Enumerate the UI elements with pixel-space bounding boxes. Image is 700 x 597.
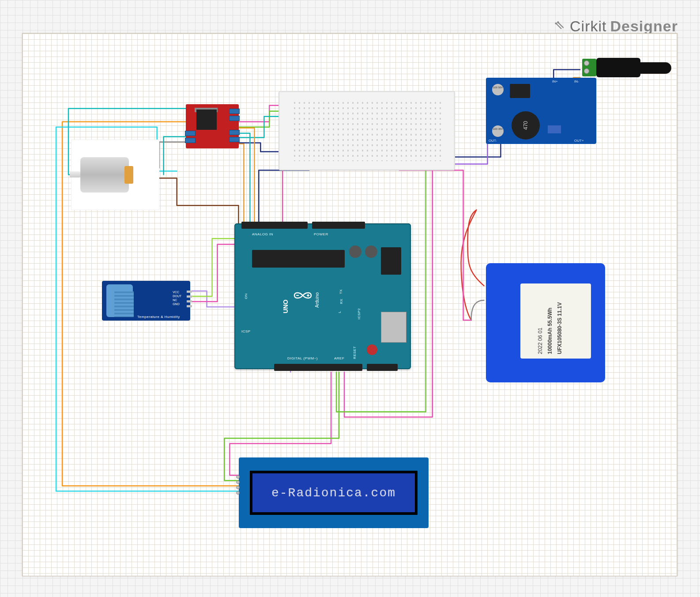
dc-jack[interactable]	[552, 53, 667, 84]
motor-endcap	[124, 166, 133, 184]
arduino-dcjack	[381, 247, 401, 275]
arduino-aref-label: AREF	[334, 356, 344, 360]
driver-ic	[196, 110, 217, 130]
dht11-sensor[interactable]: VCC DOUT NC GND Temperature & Humidity	[102, 281, 190, 321]
lcd-display[interactable]: e-Radionica.com	[239, 457, 429, 528]
arduino-atmega	[252, 250, 345, 268]
breadboard-holes	[292, 100, 441, 161]
battery-label: 2022 06 01 10000mAh 55.5Wh UFX105080-3S …	[520, 283, 591, 359]
arduino-rx-label: RX	[339, 298, 343, 304]
lcd-pins	[236, 475, 240, 495]
buck-cap-out	[492, 125, 504, 137]
buck-trimpot[interactable]	[548, 125, 561, 133]
arduino-icsp-label: ICSP	[241, 329, 251, 333]
arduino-digital-header-1	[274, 364, 362, 371]
buck-out-plus: OUT+	[574, 139, 584, 143]
battery-capacity: 10000mAh 55.5Wh	[547, 308, 553, 354]
arduino-brand-label: Arduino	[315, 292, 320, 307]
dht-pins	[187, 291, 192, 307]
driver-in-2	[229, 116, 240, 121]
brand-logo: Cirkit Designer	[554, 18, 678, 35]
driver-in-1	[229, 109, 240, 114]
buck-cap-out-text: 220 35V	[493, 128, 503, 130]
arduino-digital-header-2	[367, 364, 398, 371]
design-canvas[interactable]: VCC DOUT NC GND Temperature & Humidity U…	[22, 33, 677, 576]
arduino-analog-header	[241, 222, 308, 229]
brand-icon	[554, 20, 566, 33]
dc-jack-tip	[640, 62, 671, 74]
lipo-battery[interactable]: 2022 06 01 10000mAh 55.5Wh UFX105080-3S …	[486, 263, 605, 382]
driver-out-a	[185, 131, 196, 136]
dht-grille	[114, 291, 134, 317]
driver-gnd	[229, 137, 240, 142]
buck-ic	[510, 84, 530, 98]
dht-caption: Temperature & Humidity	[137, 315, 180, 319]
arduino-reset-label: RESET	[353, 346, 357, 359]
buck-converter[interactable]: 100 50V 220 35V 470 IN+ IN- OUT- OUT+	[486, 78, 596, 144]
dht-housing	[106, 284, 133, 317]
dc-jack-body	[596, 58, 640, 77]
brand-text-1: Cirkit	[570, 18, 606, 35]
dc-jack-terminal	[582, 59, 596, 76]
lcd-screen: e-Radionica.com	[250, 471, 418, 515]
motor-shaft	[70, 171, 80, 178]
arduino-reset-button[interactable]	[367, 344, 377, 355]
buck-out-minus: OUT-	[489, 139, 497, 143]
arduino-l-label: L	[338, 311, 342, 313]
arduino-cap2	[365, 246, 377, 258]
arduino-uno[interactable]: UNO Arduino ON POWER ANALOG IN DIGITAL (…	[234, 223, 411, 369]
buck-inductor: 470	[512, 111, 540, 140]
battery-model: UFX105080-3S 11.1V	[557, 302, 563, 354]
arduino-usb	[381, 312, 406, 343]
motor-driver[interactable]	[186, 104, 239, 148]
arduino-analog-label: ANALOG IN	[252, 232, 273, 236]
buck-cap-in	[492, 84, 504, 95]
arduino-cap1	[349, 246, 361, 258]
brand-text-2: Designer	[610, 18, 678, 35]
lcd-text: e-Radionica.com	[271, 486, 396, 500]
dc-jack-screw-2	[584, 68, 589, 74]
arduino-on-label: ON	[244, 293, 248, 299]
breadboard[interactable]	[278, 91, 455, 170]
arduino-power-header	[312, 222, 365, 229]
svg-point-1	[557, 21, 559, 23]
dc-jack-screw-1	[584, 60, 589, 66]
battery-date: 2022 06 01	[537, 328, 543, 354]
arduino-digital-label: DIGITAL (PWM~)	[287, 356, 318, 360]
arduino-uno-label: UNO	[282, 299, 289, 313]
arduino-power-label: POWER	[314, 232, 328, 236]
arduino-icsp2-label: ICSP2	[357, 308, 361, 320]
motor-body	[80, 157, 129, 193]
arduino-tx-label: TX	[339, 289, 343, 294]
svg-point-0	[555, 22, 557, 24]
dc-motor[interactable]	[71, 140, 159, 210]
driver-pwr	[229, 130, 240, 135]
dht-pin-labels: VCC DOUT NC GND	[173, 291, 181, 306]
arduino-logo-icon	[292, 290, 314, 301]
driver-out-b	[185, 138, 196, 143]
buck-cap-in-text: 100 50V	[493, 86, 503, 89]
